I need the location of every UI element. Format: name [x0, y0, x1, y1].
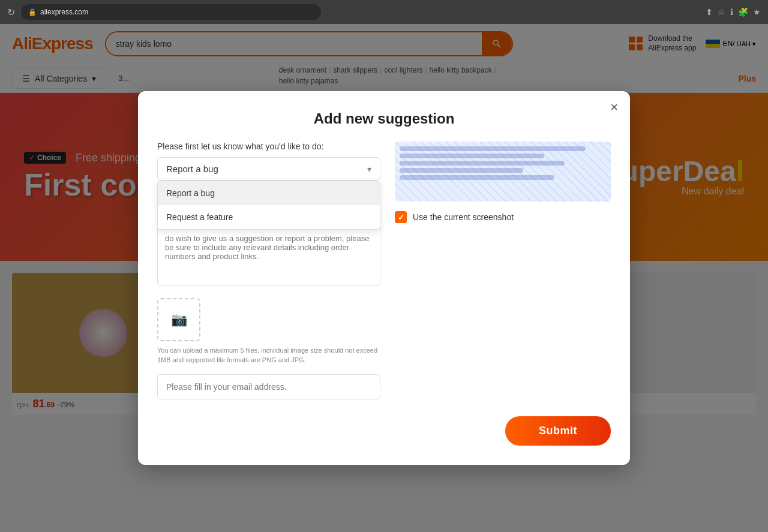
share-icon[interactable]: ⬆ [706, 7, 713, 17]
modal-body: Please first let us know what you'd like… [157, 142, 611, 399]
suggestion-textarea[interactable] [157, 226, 380, 286]
screenshot-checkbox-row: ✓ Use the current screenshot [395, 211, 611, 223]
suggestion-modal: × Add new suggestion Please first let us… [138, 91, 630, 465]
modal-screenshot-section: ✓ Use the current screenshot [395, 142, 611, 399]
email-input[interactable] [157, 374, 380, 399]
modal-overlay[interactable]: × Add new suggestion Please first let us… [0, 24, 768, 532]
checkmark-icon: ✓ [398, 213, 404, 222]
lock-icon: 🔒 [28, 8, 37, 16]
submit-button[interactable]: Submit [505, 416, 611, 446]
dropdown-option-feature[interactable]: Request a feature [158, 205, 380, 229]
dropdown-selected-value: Report a bug [166, 164, 218, 174]
reload-icon[interactable]: ↻ [7, 7, 15, 18]
url-bar[interactable]: 🔒 aliexpress.com [21, 4, 321, 20]
camera-icon: 📷 [171, 312, 187, 327]
dropdown-select[interactable]: Report a bug ▾ [157, 157, 380, 181]
screenshot-bars [400, 146, 606, 182]
screenshot-checkbox-label: Use the current screenshot [413, 212, 514, 222]
site-wrapper: AliExpress desk ornament | shark slipper… [0, 24, 768, 532]
puzzle-icon[interactable]: ★ [753, 7, 761, 17]
bookmark-icon[interactable]: ☆ [718, 7, 725, 17]
chevron-down-icon: ▾ [367, 164, 371, 174]
upload-box[interactable]: 📷 [157, 298, 200, 341]
screenshot-preview [395, 142, 611, 202]
modal-close-button[interactable]: × [610, 101, 618, 114]
modal-title: Add new suggestion [157, 110, 611, 127]
dropdown-option-report[interactable]: Report a bug [158, 181, 380, 205]
modal-form-section: Please first let us know what you'd like… [157, 142, 380, 399]
suggestion-type-dropdown[interactable]: Report a bug ▾ Report a bug Request a fe… [157, 157, 380, 181]
browser-chrome: ↻ 🔒 aliexpress.com ⬆ ☆ ℹ 🧩 ★ [0, 0, 768, 24]
info-icon[interactable]: ℹ [730, 7, 733, 17]
dropdown-menu: Report a bug Request a feature [157, 181, 380, 230]
form-label: Please first let us know what you'd like… [157, 142, 380, 151]
url-text: aliexpress.com [40, 8, 88, 16]
browser-actions: ⬆ ☆ ℹ 🧩 ★ [706, 7, 761, 17]
submit-row: Submit [157, 416, 611, 446]
extension-icon[interactable]: 🧩 [738, 7, 748, 17]
upload-hint-text: You can upload a maximum 5 files, indivi… [157, 346, 380, 365]
screenshot-checkbox[interactable]: ✓ [395, 211, 407, 223]
